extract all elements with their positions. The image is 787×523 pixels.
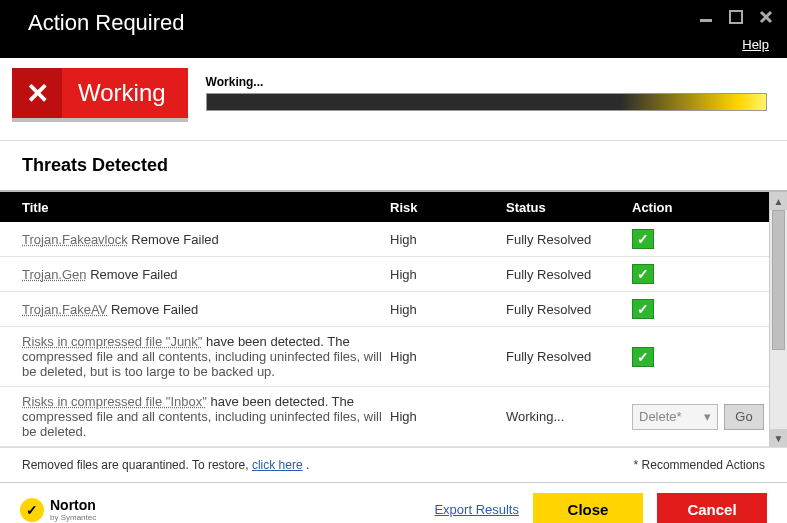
brand-name: Norton (50, 497, 96, 513)
status-cell: Fully Resolved (506, 232, 632, 247)
help-link[interactable]: Help (742, 37, 769, 52)
threats-heading: Threats Detected (0, 141, 787, 192)
col-status: Status (506, 200, 632, 215)
minimize-button[interactable] (697, 8, 715, 26)
brand-logo: ✓ Norton by Symantec (20, 497, 96, 522)
col-action: Action (632, 200, 769, 215)
go-button[interactable]: Go (724, 404, 764, 430)
table-row: Risks in compressed file "Junk" have bee… (0, 327, 769, 387)
threat-desc: compressed file and all contents, includ… (22, 409, 390, 439)
table-header: Title Risk Status Action (0, 192, 769, 222)
table-row: Trojan.Gen Remove FailedHighFully Resolv… (0, 257, 769, 292)
export-results-link[interactable]: Export Results (434, 502, 519, 517)
status-x-icon: ✕ (12, 68, 62, 118)
threat-suffix: have been detected. The (202, 334, 349, 349)
close-button[interactable]: Close (533, 493, 643, 524)
threat-desc: compressed file and all contents, includ… (22, 349, 390, 379)
status-label: Working (62, 79, 166, 107)
resolved-check-icon: ✓ (632, 264, 654, 284)
threat-link[interactable]: Risks in compressed file "Junk" (22, 334, 202, 349)
progress-bar (206, 93, 767, 111)
brand-sub: by Symantec (50, 513, 96, 522)
risk-cell: High (390, 302, 506, 317)
maximize-button[interactable] (727, 8, 745, 26)
resolved-check-icon: ✓ (632, 229, 654, 249)
status-cell: Working... (506, 409, 632, 424)
restore-link[interactable]: click here (252, 458, 303, 472)
action-select[interactable]: Delete*▾ (632, 404, 718, 430)
cancel-button[interactable]: Cancel (657, 493, 767, 524)
threat-suffix: have been detected. The (207, 394, 354, 409)
svg-rect-0 (700, 19, 712, 22)
table-row: Trojan.FakeAV Remove FailedHighFully Res… (0, 292, 769, 327)
table-row: Risks in compressed file "Inbox" have be… (0, 387, 769, 447)
resolved-check-icon: ✓ (632, 299, 654, 319)
col-title: Title (0, 200, 390, 215)
recommended-note: * Recommended Actions (634, 458, 765, 472)
chevron-down-icon: ▾ (704, 409, 711, 424)
norton-check-icon: ✓ (20, 498, 44, 522)
progress-label: Working... (206, 75, 767, 89)
threat-suffix: Remove Failed (87, 267, 178, 282)
col-risk: Risk (390, 200, 506, 215)
resolved-check-icon: ✓ (632, 347, 654, 367)
window-title: Action Required (28, 10, 767, 36)
scroll-up-icon[interactable]: ▲ (770, 192, 787, 210)
threat-link[interactable]: Risks in compressed file "Inbox" (22, 394, 207, 409)
status-cell: Fully Resolved (506, 349, 632, 364)
risk-cell: High (390, 267, 506, 282)
risk-cell: High (390, 232, 506, 247)
threat-suffix: Remove Failed (128, 232, 219, 247)
status-cell: Fully Resolved (506, 267, 632, 282)
scrollbar[interactable]: ▲ ▼ (769, 192, 787, 447)
threat-link[interactable]: Trojan.FakeAV (22, 302, 107, 317)
svg-rect-1 (730, 11, 742, 23)
scroll-thumb[interactable] (772, 210, 785, 350)
scroll-down-icon[interactable]: ▼ (770, 429, 787, 447)
quarantine-note: Removed files are quarantined. To restor… (22, 458, 309, 472)
risk-cell: High (390, 349, 506, 364)
threat-suffix: Remove Failed (107, 302, 198, 317)
table-row: Trojan.Fakeavlock Remove FailedHighFully… (0, 222, 769, 257)
threat-link[interactable]: Trojan.Fakeavlock (22, 232, 128, 247)
close-window-button[interactable] (757, 8, 775, 26)
threat-link[interactable]: Trojan.Gen (22, 267, 87, 282)
status-cell: Fully Resolved (506, 302, 632, 317)
risk-cell: High (390, 409, 506, 424)
status-badge: ✕ Working (12, 68, 188, 118)
